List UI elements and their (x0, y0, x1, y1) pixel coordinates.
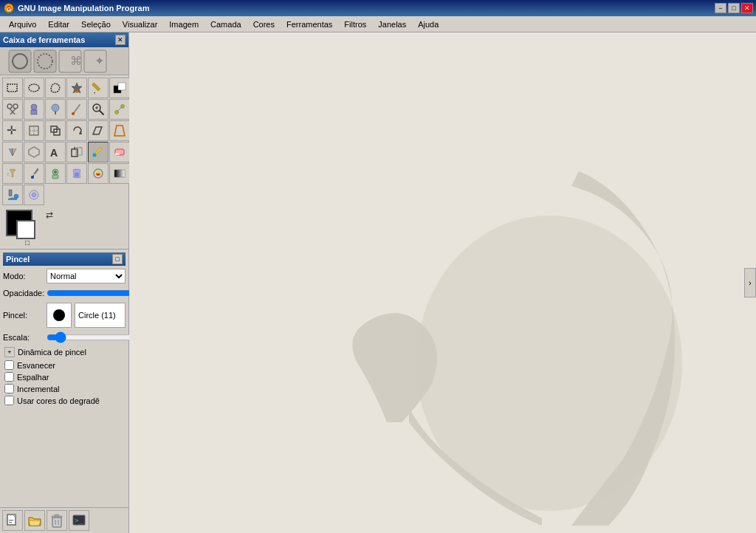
scatter-label: Espalhar (17, 373, 49, 382)
mode-row: Modo: Normal (3, 269, 126, 283)
delete-button[interactable] (47, 510, 67, 531)
tool-text2[interactable]: A (45, 142, 66, 162)
open-image-button[interactable] (24, 510, 45, 531)
incremental-label: Incremental (17, 385, 59, 393)
scale-slider[interactable] (47, 332, 142, 343)
tool-align[interactable] (24, 120, 44, 141)
tool-scissors[interactable] (2, 99, 23, 120)
brush-name-display[interactable]: Circle (11) (75, 303, 126, 328)
tool-free-select[interactable] (45, 78, 66, 98)
tool-blur[interactable] (24, 185, 44, 205)
svg-rect-11 (7, 84, 17, 92)
tool-grid: ✛ (0, 75, 128, 207)
menu-filtros[interactable]: Filtros (338, 18, 372, 30)
incremental-row: Incremental (3, 384, 126, 393)
menu-camada[interactable]: Camada (205, 18, 247, 30)
opacity-slider[interactable] (47, 288, 142, 298)
tool-bucket-fill[interactable] (2, 185, 23, 205)
fade-row: Esvanecer (3, 360, 126, 370)
brush-circle-preview (53, 309, 65, 321)
tool-ellipse-select[interactable] (24, 78, 44, 98)
scroll-arrow-right[interactable]: › (744, 268, 756, 298)
toolbox-close-button[interactable]: ✕ (115, 35, 126, 45)
opacity-row: Opacidade: 100,0 ▲ ▼ (3, 286, 126, 300)
svg-point-27 (72, 112, 75, 115)
svg-rect-71 (55, 515, 59, 517)
svg-point-61 (14, 194, 18, 199)
svg-rect-17 (118, 83, 126, 90)
svg-line-21 (10, 109, 16, 114)
script-console-button[interactable]: >_ (69, 510, 89, 531)
menu-ferramentas[interactable]: Ferramentas (281, 18, 338, 30)
svg-rect-60 (114, 170, 125, 177)
menu-visualizar[interactable]: Visualizar (117, 18, 164, 30)
tool-dodge-burn[interactable] (88, 163, 109, 184)
scale-row: Escala: 1,00 ▲ ▼ (3, 331, 126, 344)
tool-cage[interactable] (24, 142, 44, 162)
svg-point-52 (7, 173, 9, 174)
fade-label: Esvanecer (17, 361, 55, 370)
menu-janelas[interactable]: Janelas (372, 18, 412, 30)
svg-text:>_: >_ (75, 517, 83, 524)
close-button[interactable]: ✕ (741, 3, 753, 13)
svg-point-49 (93, 154, 97, 157)
tool-measure[interactable] (109, 99, 130, 120)
tool-shear[interactable] (88, 120, 109, 141)
tool-zoom[interactable] (88, 99, 109, 120)
fade-checkbox[interactable] (4, 360, 14, 370)
menu-ajuda[interactable]: Ajuda (412, 18, 444, 30)
svg-rect-68 (9, 522, 12, 523)
menu-cores[interactable]: Cores (247, 18, 281, 30)
brush-row: Pincel: Circle (11) (3, 303, 126, 328)
tool-pencil[interactable] (88, 78, 109, 98)
menu-imagem[interactable]: Imagem (163, 18, 205, 30)
pincel-panel-collapse[interactable]: □ (112, 254, 123, 264)
dynamics-expand-button[interactable]: + (4, 347, 15, 357)
menu-arquivo[interactable]: Arquivo (3, 18, 42, 30)
svg-line-34 (117, 106, 123, 112)
tool-scale[interactable] (45, 120, 66, 141)
tool-color-picker[interactable] (66, 99, 87, 120)
reset-colors-icon[interactable]: □ (25, 238, 30, 247)
svg-line-29 (100, 111, 103, 114)
scatter-checkbox[interactable] (4, 372, 14, 382)
brush-preview[interactable] (47, 303, 72, 328)
menu-editar[interactable]: Editar (42, 18, 75, 30)
tool-fuzzy-select[interactable] (66, 78, 87, 98)
svg-point-55 (31, 176, 34, 179)
tool-gradient[interactable] (109, 163, 130, 184)
tool-ink[interactable] (24, 163, 44, 184)
svg-point-76 (416, 216, 682, 511)
tool-paintbrush[interactable] (88, 142, 109, 162)
tool-text[interactable] (45, 99, 66, 120)
window-controls: − □ ✕ (715, 3, 753, 13)
background-color[interactable] (16, 220, 35, 239)
canvas-area[interactable]: › (129, 32, 756, 533)
tool-smudge[interactable] (66, 163, 87, 184)
brush-label: Pincel: (3, 311, 44, 320)
svg-point-63 (32, 193, 36, 197)
new-image-button[interactable] (2, 510, 23, 531)
svg-text:G: G (7, 6, 11, 13)
svg-text:✛: ✛ (7, 124, 16, 137)
gradient-colors-checkbox[interactable] (4, 396, 14, 405)
swap-colors-icon[interactable]: ⇄ (46, 210, 53, 220)
tool-perspective[interactable] (109, 120, 130, 141)
tool-clone2[interactable] (66, 142, 87, 162)
incremental-checkbox[interactable] (4, 384, 14, 393)
tool-airbrush[interactable] (2, 163, 23, 184)
tool-rotate[interactable] (66, 120, 87, 141)
tool-move[interactable]: ✛ (2, 120, 23, 141)
tool-clone-heal[interactable] (45, 163, 66, 184)
menu-selecao[interactable]: Seleção (75, 18, 117, 30)
tool-color-picker-fg-bg[interactable] (109, 78, 130, 98)
svg-point-54 (8, 175, 9, 176)
mode-select[interactable]: Normal (47, 269, 126, 283)
minimize-button[interactable]: − (715, 3, 726, 13)
tool-eraser[interactable] (109, 142, 130, 162)
tool-flip[interactable] (2, 142, 23, 162)
pincel-panel: Pincel □ Modo: Normal Opacidade: 100,0 ▲… (0, 249, 128, 410)
tool-rect-select[interactable] (2, 78, 23, 98)
tool-clone-stamp[interactable] (24, 99, 44, 120)
maximize-button[interactable]: □ (728, 3, 740, 13)
